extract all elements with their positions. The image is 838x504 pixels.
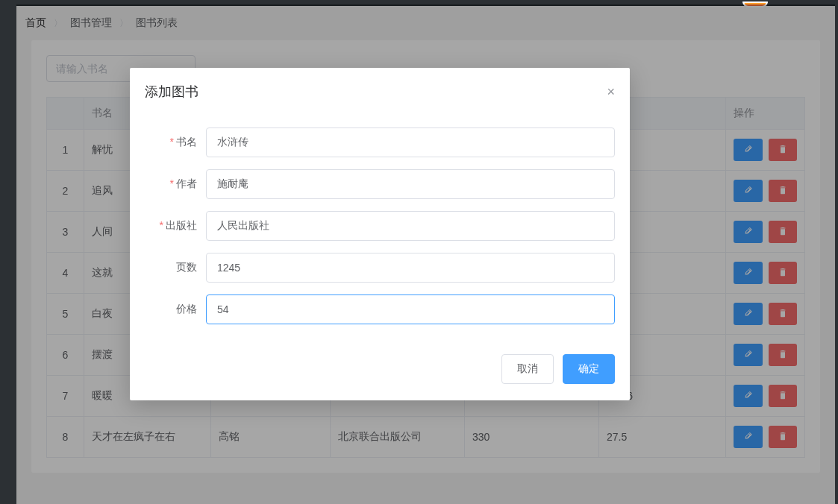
add-book-modal: 添加图书 × *书名 *作者 *出版社 页数 价格: [130, 68, 630, 400]
label-name: *书名: [145, 136, 206, 149]
close-icon[interactable]: ×: [607, 85, 615, 98]
pages-field[interactable]: [206, 253, 615, 283]
author-field[interactable]: [206, 169, 615, 199]
ok-button[interactable]: 确定: [563, 354, 615, 384]
publisher-field[interactable]: [206, 211, 615, 241]
modal-title: 添加图书: [145, 83, 198, 101]
label-author: *作者: [145, 177, 206, 191]
name-field[interactable]: [206, 127, 615, 157]
cancel-button[interactable]: 取消: [501, 354, 554, 384]
label-publisher: *出版社: [145, 219, 206, 233]
label-pages: 页数: [145, 261, 206, 274]
label-price: 价格: [145, 303, 206, 316]
price-field[interactable]: [206, 294, 615, 324]
